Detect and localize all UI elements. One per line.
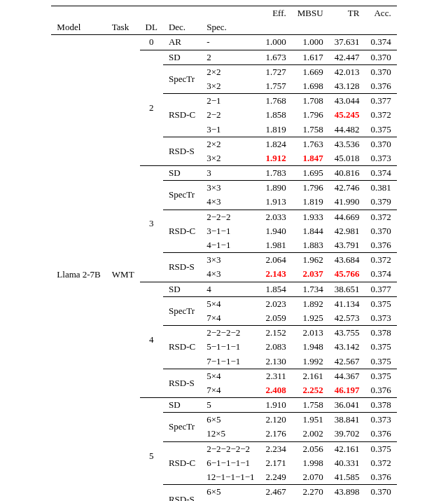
cell-mbsu: 2.070 <box>302 472 323 482</box>
results-table: Eff. MBSU TR Acc. Model Task DL Dec. Spe… <box>51 6 396 501</box>
cell-dec: SD <box>163 166 201 181</box>
cell-acc: 0.373 <box>370 313 391 323</box>
cell-eff: 1.940 <box>266 226 286 236</box>
cell-acc: 0.375 <box>370 298 391 309</box>
cell-mbsu: 1.998 <box>302 458 323 468</box>
cell-spec: 7×4 <box>206 313 220 323</box>
cell-eff: 2.171 <box>266 458 286 468</box>
cell-spec: 6−1−1−1−1 <box>206 458 250 468</box>
cell-mbsu: 1.708 <box>302 95 323 106</box>
cell-acc: 0.375 <box>370 124 391 135</box>
cell-dec: AR <box>163 35 201 50</box>
cell-eff: 2.152 <box>266 327 286 338</box>
cell-spec: 2 <box>206 52 211 62</box>
cell-eff: 1.673 <box>266 52 286 62</box>
cell-tr: 43.684 <box>335 254 360 265</box>
cell-tr: 42.567 <box>335 356 360 366</box>
cell-mbsu: 2.037 <box>302 268 323 279</box>
cell-tr: 42.573 <box>335 313 360 323</box>
cell-spec: 3−1−1 <box>206 226 230 236</box>
cell-dec: RSD-C <box>163 94 201 137</box>
cell-tr: 44.482 <box>335 124 360 135</box>
cell-tr: 46.197 <box>335 385 360 395</box>
cell-dec: RSD-S <box>163 369 201 397</box>
cell-eff: 1.858 <box>266 109 286 120</box>
cell-eff: 1.824 <box>266 139 286 149</box>
col-task: Task <box>106 20 140 35</box>
cell-tr: 40.816 <box>335 167 360 178</box>
cell-eff: 2.249 <box>266 472 286 482</box>
cell-eff: 1.913 <box>266 196 286 207</box>
cell-eff: 1.727 <box>266 67 286 77</box>
cell-acc: 0.377 <box>370 95 391 106</box>
cell-dec: SpecTr <box>163 64 201 93</box>
cell-mbsu: 1.933 <box>302 212 323 222</box>
cell-tr: 42.981 <box>335 226 360 236</box>
cell-spec: 3 <box>206 167 211 178</box>
cell-tr: 44.367 <box>335 371 360 381</box>
cell-eff: 1.910 <box>266 399 286 410</box>
cell-spec: 5 <box>206 399 211 410</box>
cell-acc: 0.379 <box>370 196 391 207</box>
cell-tr: 38.651 <box>335 284 360 294</box>
cell-mbsu: 1.962 <box>302 254 323 265</box>
cell-spec: 2−2−2−2−2 <box>206 444 250 454</box>
cell-tr: 43.044 <box>335 95 360 106</box>
cell-mbsu: 2.270 <box>302 486 323 497</box>
cell-acc: 0.375 <box>370 371 391 381</box>
cell-spec: 6×5 <box>206 486 220 497</box>
cell-tr: 38.841 <box>335 414 360 425</box>
cell-dec: RSD-C <box>163 326 201 369</box>
cell-spec: 2−1 <box>206 95 220 106</box>
cell-tr: 41.585 <box>335 472 360 482</box>
cell-mbsu: 1.951 <box>302 414 323 425</box>
cell-eff: 1.912 <box>266 153 286 163</box>
col-tr: TR <box>329 6 365 21</box>
cell-tr: 43.536 <box>335 139 360 149</box>
cell-dl: 0 <box>140 35 163 50</box>
cell-tr: 42.013 <box>335 67 360 77</box>
col-model: Model <box>51 20 106 35</box>
cell-mbsu: 1.695 <box>302 167 323 178</box>
cell-tr: 42.161 <box>335 444 360 454</box>
cell-tr: 43.142 <box>335 341 360 352</box>
cell-acc: 0.375 <box>370 356 391 366</box>
cell-tr: 37.631 <box>335 36 360 47</box>
cell-eff: 2.083 <box>266 341 286 352</box>
cell-spec: 2−2−2−2 <box>206 327 240 338</box>
col-spec <box>201 6 260 21</box>
cell-spec: 3×3 <box>206 182 220 193</box>
table-row: Llama 2-7BWMT0AR-1.0001.00037.6310.374 <box>51 35 396 50</box>
cell-mbsu: 1.758 <box>302 124 323 135</box>
col-spec: Spec. <box>201 20 260 35</box>
cell-mbsu: 2.161 <box>302 371 323 381</box>
cell-spec: 4−1−1 <box>206 240 230 250</box>
cell-mbsu: 1.948 <box>302 341 323 352</box>
cell-eff: 2.059 <box>266 313 286 323</box>
cell-tr: 39.702 <box>335 428 360 439</box>
col-model <box>51 6 106 21</box>
cell-spec: 6×5 <box>206 414 220 425</box>
cell-tr: 36.041 <box>335 399 360 410</box>
cell-acc: 0.370 <box>370 52 391 62</box>
cell-eff: 2.033 <box>266 212 286 222</box>
cell-acc: 0.372 <box>370 109 391 120</box>
cell-spec: 4×3 <box>206 268 220 279</box>
cell-spec: 12×5 <box>206 428 225 439</box>
cell-acc: 0.370 <box>370 226 391 236</box>
cell-spec: 4×3 <box>206 196 220 207</box>
cell-dl: 3 <box>140 166 163 282</box>
cell-dec: SD <box>163 398 201 413</box>
cell-dec: RSD-S <box>163 485 201 501</box>
col-task <box>106 6 140 21</box>
cell-mbsu: 1.883 <box>302 240 323 250</box>
cell-acc: 0.372 <box>370 212 391 222</box>
col-dec <box>163 6 201 21</box>
cell-task: WMT <box>106 35 140 501</box>
cell-mbsu: 2.252 <box>302 385 323 395</box>
cell-tr: 45.245 <box>335 109 360 120</box>
cell-mbsu: 1.925 <box>302 313 323 323</box>
cell-eff: 2.176 <box>266 428 286 439</box>
cell-eff: 2.143 <box>266 268 286 279</box>
cell-acc: 0.370 <box>370 486 391 497</box>
